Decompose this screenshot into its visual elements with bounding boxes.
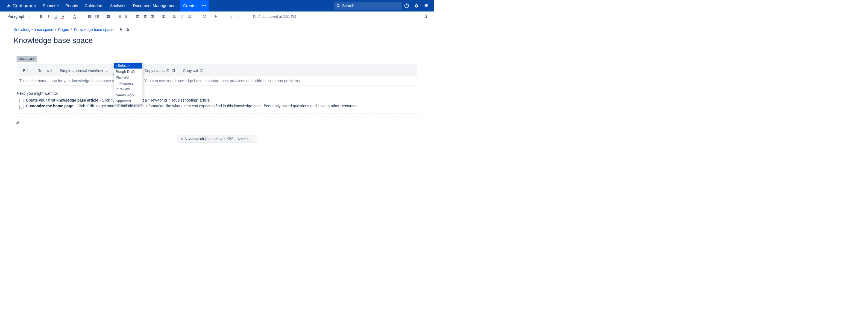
dropdown-option[interactable]: in Progress: [114, 81, 143, 86]
svg-rect-30: [152, 16, 154, 17]
redo-button[interactable]: [235, 13, 242, 20]
chevron-down-icon[interactable]: ⌄: [219, 15, 223, 18]
dropdown-option[interactable]: Approved: [114, 98, 143, 104]
svg-rect-5: [89, 15, 92, 16]
underline-button[interactable]: U: [52, 13, 59, 20]
svg-rect-27: [144, 16, 146, 17]
dropdown-option[interactable]: Needs work: [114, 92, 143, 98]
text-color-button[interactable]: A: [60, 13, 67, 20]
paragraph-select[interactable]: Paragraph ⌄: [5, 12, 33, 21]
chevron-down-icon[interactable]: ⌄: [79, 15, 82, 18]
table-button[interactable]: [186, 13, 193, 20]
bullet-list-button[interactable]: [86, 13, 93, 20]
nav-more-button[interactable]: •••: [199, 0, 209, 11]
svg-rect-22: [125, 18, 127, 18]
remove-button[interactable]: Remove: [34, 67, 55, 75]
livesearch-macro[interactable]: st Livesearch | spaceKey = KBS | size = …: [14, 117, 420, 144]
svg-rect-24: [136, 16, 138, 17]
edit-label: Edit: [23, 68, 30, 73]
svg-rect-11: [97, 15, 99, 16]
image-button[interactable]: [171, 13, 178, 20]
dropdown-option[interactable]: In review: [114, 86, 143, 92]
task-item: Create your first knowledge base article…: [20, 98, 419, 103]
crumb-space[interactable]: Knowledge base space: [14, 28, 53, 32]
edit-button[interactable]: Edit: [20, 67, 33, 75]
bold-button[interactable]: B: [37, 13, 44, 20]
link-button[interactable]: [179, 13, 186, 20]
search-input[interactable]: Search: [334, 2, 402, 10]
more-format-button[interactable]: A▾: [71, 13, 78, 20]
nav-spaces[interactable]: Spaces ▾: [39, 0, 62, 11]
indent-button[interactable]: [123, 13, 130, 20]
find-button[interactable]: [423, 14, 429, 19]
checkbox[interactable]: [20, 99, 24, 103]
align-left-button[interactable]: [134, 13, 141, 20]
align-right-button[interactable]: [149, 13, 156, 20]
status-dropdown: <Select> Rough Draft Planned in Progress…: [114, 63, 143, 104]
livesearch-placeholder[interactable]: Livesearch | spaceKey = KBS | size = lar…: [178, 135, 257, 143]
checkbox[interactable]: [20, 105, 24, 109]
paragraph-label: Paragraph: [7, 14, 25, 19]
notifications-icon[interactable]: [422, 4, 431, 8]
remove-label: Remove: [37, 68, 52, 73]
chevron-down-icon: ⌄: [28, 15, 31, 18]
svg-point-42: [204, 16, 204, 16]
svg-point-0: [337, 4, 339, 6]
undo-button[interactable]: [227, 13, 234, 20]
nav-calendars[interactable]: Calendars: [82, 0, 106, 11]
help-icon[interactable]: [402, 3, 411, 8]
insert-button[interactable]: [212, 13, 219, 20]
create-label: Create: [183, 4, 195, 8]
nav-people[interactable]: People: [62, 0, 82, 11]
chevron-down-icon: ⌄: [105, 69, 108, 73]
workflow-select[interactable]: Simple approval workflow ⌄: [57, 67, 111, 75]
crumb-sep: /: [71, 28, 72, 32]
chevron-down-icon[interactable]: ⌄: [67, 15, 71, 18]
outdent-button[interactable]: [116, 13, 123, 20]
macro-tag: <SELECT>: [17, 56, 37, 62]
crumb-current[interactable]: Knowledge base space: [74, 28, 114, 32]
layout-button[interactable]: [160, 13, 167, 20]
svg-point-50: [181, 138, 183, 139]
confluence-icon: ✶: [7, 3, 11, 8]
dropdown-option[interactable]: <Select>: [114, 63, 143, 69]
svg-rect-31: [151, 17, 154, 18]
dropdown-option[interactable]: Planned: [114, 75, 143, 81]
label-icon[interactable]: [119, 28, 123, 31]
search-icon: [180, 137, 183, 140]
crumb-pages[interactable]: Pages: [58, 28, 69, 32]
copy-icon: ❐: [172, 69, 175, 73]
chevron-down-icon[interactable]: ⌄: [193, 15, 197, 18]
copy-set-button[interactable]: Copy set ❐: [180, 67, 206, 75]
svg-text:3: 3: [95, 17, 96, 18]
settings-icon[interactable]: [411, 3, 422, 8]
macro-toolbar-box: Edit Remove Simple approval workflow ⌄ <…: [17, 64, 417, 86]
restrictions-icon[interactable]: [126, 28, 129, 31]
macro2-text[interactable]: st: [17, 120, 418, 125]
emoji-button[interactable]: [201, 13, 208, 20]
number-list-button[interactable]: 123: [93, 13, 100, 20]
autosave-status: Draft autosaved at 3:01 PM: [253, 14, 296, 19]
svg-point-48: [120, 29, 121, 29]
align-center-button[interactable]: [142, 13, 149, 20]
livesearch-params: | spaceKey = KBS | size = lar...: [204, 137, 254, 141]
italic-button[interactable]: I: [45, 13, 52, 20]
task-text: - Click "Edit" to get started. Include u…: [73, 104, 358, 108]
brand-label: Confluence: [12, 3, 36, 8]
macro-body[interactable]: This is the home page for your knowledge…: [17, 76, 417, 86]
svg-rect-18: [119, 16, 121, 17]
svg-point-46: [424, 15, 426, 17]
dropdown-option[interactable]: Rough Draft: [114, 69, 143, 75]
svg-point-41: [203, 15, 206, 18]
nav-document-management[interactable]: Document Management: [129, 0, 180, 11]
brand[interactable]: ✶ Confluence: [0, 3, 39, 8]
status-macro[interactable]: <SELECT> Edit Remove Simple approval wor…: [14, 53, 420, 114]
page-title[interactable]: Knowledge base space: [14, 36, 420, 45]
global-nav: ✶ Confluence Spaces ▾ People Calendars A…: [0, 0, 434, 11]
svg-point-8: [88, 17, 89, 18]
nav-analytics[interactable]: Analytics: [106, 0, 129, 11]
create-button[interactable]: Create: [180, 0, 199, 11]
task-list-button[interactable]: [105, 13, 112, 20]
crumb-sep: /: [55, 28, 56, 32]
copy-status-button[interactable]: Copy status ID ❐: [141, 67, 178, 75]
